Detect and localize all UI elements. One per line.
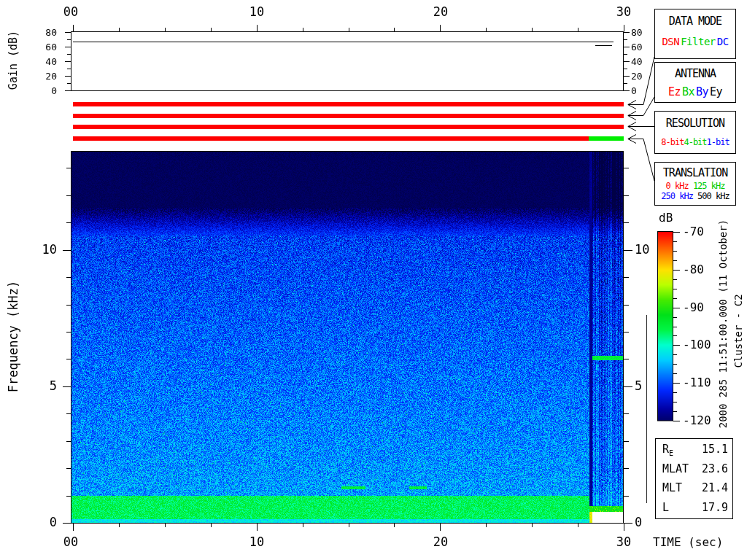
translation-500khz: 500 kHz [697, 191, 729, 201]
spacecraft-label: Cluster - C2 [733, 284, 743, 378]
gain-top-tick-0: 00 [63, 6, 78, 18]
gain-top-tick-1: 10 [249, 6, 264, 18]
colorbar-frame [658, 232, 673, 421]
gain-ytick-60: 60 [29, 42, 57, 52]
data-mode-dsn: DSN [662, 36, 679, 47]
gain-ytick-r-0: 0 [631, 86, 637, 96]
data-mode-title: DATA MODE [655, 15, 735, 28]
antenna-bx: Bx [682, 85, 694, 98]
freq-ytick-r-5: 5 [635, 380, 642, 392]
freq-ytick-0: 0 [16, 516, 57, 529]
info-label-l: L [662, 502, 669, 513]
gain-ytick-40: 40 [29, 57, 57, 66]
time-xtick-00: 00 [63, 536, 78, 548]
info-row-l: L 17.9 [662, 502, 728, 513]
translation-row-1: 0 kHz 125 kHz [655, 181, 735, 191]
info-label-re: RE [662, 444, 673, 457]
cbar-tick-70: -70 [683, 226, 704, 238]
colorbar-title: dB [659, 212, 673, 224]
gain-top-tick-2: 20 [433, 6, 448, 18]
time-xtick-10: 10 [249, 536, 264, 548]
translation-125khz: 125 kHz [693, 181, 725, 191]
arrow-connectors [643, 57, 654, 181]
resolution-values: 8-bit4-bit1-bit [655, 137, 735, 147]
plot-line-art [0, 0, 747, 560]
time-axis-title: TIME (sec) [653, 537, 723, 548]
freq-ytick-r-10: 10 [635, 244, 649, 256]
arrow-antenna [628, 112, 643, 120]
info-value-l: 17.9 [702, 502, 728, 513]
gain-panel-frame [71, 32, 624, 91]
data-mode-values: DSNFilterDC [655, 36, 735, 47]
resolution-box: RESOLUTION 8-bit4-bit1-bit [654, 111, 736, 154]
data-mode-dc: DC [717, 36, 729, 47]
antenna-box: ANTENNA EzBxByEy [654, 62, 736, 103]
antenna-ez: Ez [668, 85, 681, 98]
info-row-re: RE 15.1 [662, 444, 728, 457]
translation-250khz: 250 kHz [661, 191, 693, 201]
arrow-data-mode [628, 101, 643, 109]
translation-0khz: 0 kHz [666, 181, 689, 191]
gain-ytick-r-40: 40 [631, 57, 643, 66]
info-value-mlt: 21.4 [702, 483, 728, 494]
data-mode-box: DATA MODE DSNFilterDC [654, 9, 736, 59]
antenna-by: By [696, 85, 708, 98]
wbd-spectrogram-page: Gain (dB) 00 10 20 30 80 60 40 20 0 80 6… [0, 0, 747, 560]
status-bar-segment [589, 136, 624, 141]
freq-ytick-10: 10 [16, 244, 57, 256]
gain-ytick-r-80: 80 [631, 28, 643, 37]
info-value-mlat: 23.6 [702, 464, 728, 475]
antenna-title: ANTENNA [655, 67, 735, 80]
freq-ytick-r-0: 0 [635, 516, 642, 529]
axis-ticks [63, 25, 680, 531]
cbar-tick-90: -90 [683, 302, 704, 314]
translation-box: TRANSLATION 0 kHz 125 kHz 250 kHz 500 kH… [654, 162, 736, 206]
gain-ytick-20: 20 [29, 71, 57, 81]
spectrogram-frame [71, 152, 624, 524]
info-label-mlat: MLAT [662, 464, 689, 475]
resolution-title: RESOLUTION [655, 117, 735, 130]
resolution-4bit: 4-bit [684, 137, 706, 147]
arrow-resolution [628, 122, 643, 131]
translation-title: TRANSLATION [655, 166, 735, 179]
data-mode-filter: Filter [681, 36, 716, 47]
gain-ytick-r-60: 60 [631, 42, 643, 52]
gain-axis-title: Gain (dB) [8, 9, 19, 112]
time-xtick-20: 20 [433, 536, 448, 548]
gain-ytick-0: 0 [29, 86, 57, 96]
cbar-tick-100: -100 [683, 339, 711, 351]
cbar-tick-80: -80 [683, 264, 704, 276]
freq-ytick-5: 5 [16, 380, 57, 392]
arrow-translation [628, 135, 643, 144]
antenna-ey: Ey [710, 85, 722, 98]
gain-ytick-80: 80 [29, 28, 57, 37]
pointer-arrows [628, 101, 643, 144]
gain-ytick-r-20: 20 [631, 71, 643, 81]
resolution-1bit: 1-bit [707, 137, 729, 147]
info-value-re: 15.1 [702, 444, 728, 457]
info-row-mlt: MLT 21.4 [662, 483, 728, 494]
info-label-mlt: MLT [662, 483, 682, 494]
time-xtick-30: 30 [616, 536, 631, 548]
cbar-tick-110: -110 [683, 377, 711, 389]
antenna-values: EzBxByEy [655, 85, 735, 98]
resolution-8bit: 8-bit [661, 137, 684, 147]
info-row-mlat: MLAT 23.6 [662, 464, 728, 475]
gain-top-tick-3: 30 [616, 6, 631, 18]
status-bar-segment [73, 136, 589, 141]
translation-row-2: 250 kHz 500 kHz [655, 191, 735, 201]
cbar-tick-120: -120 [683, 415, 711, 427]
start-time-label: 2000 285 11:51:00.000 (11 October) [718, 211, 728, 437]
status-bar-segment [73, 102, 624, 106]
status-bar-segment [73, 125, 624, 129]
status-bar-segment [73, 114, 624, 118]
